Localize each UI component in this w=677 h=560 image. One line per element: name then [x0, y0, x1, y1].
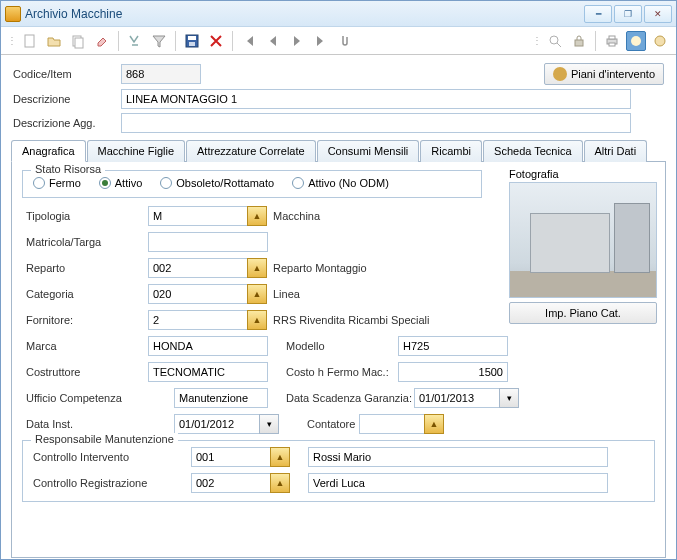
attachment-icon[interactable]	[335, 31, 355, 51]
lookup-icon[interactable]: ▲	[247, 284, 267, 304]
stato-risorsa-legend: Stato Risorsa	[31, 163, 105, 175]
ctrl-intervento-desc-input[interactable]	[308, 447, 608, 467]
lookup-icon[interactable]: ▲	[270, 473, 290, 493]
tab-strip: Anagrafica Macchine Figlie Attrezzature …	[11, 139, 666, 558]
nav-last-icon[interactable]	[311, 31, 331, 51]
matricola-input[interactable]	[148, 232, 268, 252]
ctrl-intervento-label: Controllo Intervento	[33, 451, 191, 463]
categoria-desc: Linea	[267, 288, 300, 300]
lookup-icon[interactable]: ▲	[247, 258, 267, 278]
print-icon[interactable]	[602, 31, 622, 51]
lookup-icon[interactable]: ▲	[424, 414, 444, 434]
minimize-button[interactable]: ━	[584, 5, 612, 23]
tab-consumi[interactable]: Consumi Mensili	[317, 140, 420, 162]
fotografia-label: Fotografia	[509, 168, 657, 180]
filter-icon[interactable]	[149, 31, 169, 51]
radio-fermo-label: Fermo	[49, 177, 81, 189]
tab-scheda[interactable]: Scheda Tecnica	[483, 140, 582, 162]
tab-macchine-figlie[interactable]: Macchine Figlie	[87, 140, 185, 162]
data-inst-input[interactable]	[174, 414, 260, 434]
descrizione-agg-label: Descrizione Agg.	[13, 117, 121, 129]
lock-icon[interactable]	[569, 31, 589, 51]
nav-next-icon[interactable]	[287, 31, 307, 51]
ctrl-registrazione-input[interactable]	[191, 473, 271, 493]
lookup-icon[interactable]: ▲	[247, 310, 267, 330]
stato-risorsa-fieldset: Stato Risorsa Fermo Attivo Obsoleto/Rott…	[22, 170, 482, 198]
tipologia-input[interactable]	[148, 206, 248, 226]
reparto-input[interactable]	[148, 258, 248, 278]
svg-rect-2	[75, 38, 83, 48]
radio-attivo[interactable]: Attivo	[99, 177, 143, 189]
svg-rect-5	[189, 42, 195, 46]
descrizione-label: Descrizione	[13, 93, 121, 105]
radio-fermo[interactable]: Fermo	[33, 177, 81, 189]
svg-point-11	[631, 36, 641, 46]
find-icon[interactable]	[125, 31, 145, 51]
radio-icon	[33, 177, 45, 189]
fornitore-label: Fornitore:	[26, 314, 148, 326]
codice-input[interactable]	[121, 64, 201, 84]
tool-blue-icon[interactable]	[626, 31, 646, 51]
scadenza-input[interactable]	[414, 388, 500, 408]
app-icon	[5, 6, 21, 22]
window-frame: Archivio Macchine ━ ❐ ✕ ⋮ ⋮	[0, 0, 677, 560]
calendar-icon[interactable]: ▾	[499, 388, 519, 408]
tab-ricambi[interactable]: Ricambi	[420, 140, 482, 162]
descrizione-agg-input[interactable]	[121, 113, 631, 133]
search-icon[interactable]	[545, 31, 565, 51]
radio-obsoleto[interactable]: Obsoleto/Rottamato	[160, 177, 274, 189]
piani-intervento-button[interactable]: Piani d'intervento	[544, 63, 664, 85]
close-button[interactable]: ✕	[644, 5, 672, 23]
toolbar-grip: ⋮	[7, 35, 16, 46]
eraser-icon[interactable]	[92, 31, 112, 51]
toolbar-separator	[118, 31, 119, 51]
svg-point-6	[550, 36, 558, 44]
ufficio-input[interactable]	[174, 388, 268, 408]
radio-attivo-label: Attivo	[115, 177, 143, 189]
tab-altri[interactable]: Altri Dati	[584, 140, 648, 162]
maximize-button[interactable]: ❐	[614, 5, 642, 23]
modello-input[interactable]	[398, 336, 508, 356]
costruttore-input[interactable]	[148, 362, 268, 382]
tool-yellow-icon[interactable]	[650, 31, 670, 51]
radio-noodm-label: Attivo (No ODM)	[308, 177, 389, 189]
toolbar-grip: ⋮	[532, 35, 541, 46]
window-title: Archivio Macchine	[25, 7, 584, 21]
matricola-label: Matricola/Targa	[26, 236, 148, 248]
codice-label: Codice/Item	[13, 68, 121, 80]
radio-noodm[interactable]: Attivo (No ODM)	[292, 177, 389, 189]
fornitore-input[interactable]	[148, 310, 248, 330]
descrizione-input[interactable]	[121, 89, 631, 109]
save-icon[interactable]	[182, 31, 202, 51]
nav-first-icon[interactable]	[239, 31, 259, 51]
svg-rect-0	[25, 35, 34, 47]
tab-anagrafica[interactable]: Anagrafica	[11, 140, 86, 162]
copy-icon[interactable]	[68, 31, 88, 51]
scadenza-label: Data Scadenza Garanzia:	[268, 392, 414, 404]
calendar-icon[interactable]: ▾	[259, 414, 279, 434]
costruttore-label: Costruttore	[26, 366, 148, 378]
tipologia-desc: Macchina	[267, 210, 320, 222]
costo-input[interactable]	[398, 362, 508, 382]
tab-attrezzature[interactable]: Attrezzature Correlate	[186, 140, 316, 162]
gear-icon	[553, 67, 567, 81]
lookup-icon[interactable]: ▲	[270, 447, 290, 467]
new-icon[interactable]	[20, 31, 40, 51]
toolbar-separator	[595, 31, 596, 51]
imp-piano-cat-button[interactable]: Imp. Piano Cat.	[509, 302, 657, 324]
lookup-icon[interactable]: ▲	[247, 206, 267, 226]
toolbar-separator	[232, 31, 233, 51]
nav-prev-icon[interactable]	[263, 31, 283, 51]
anagrafica-panel: Stato Risorsa Fermo Attivo Obsoleto/Rott…	[11, 162, 666, 558]
open-icon[interactable]	[44, 31, 64, 51]
toolbar: ⋮ ⋮	[1, 27, 676, 55]
ctrl-intervento-input[interactable]	[191, 447, 271, 467]
machine-photo[interactable]	[509, 182, 657, 298]
data-inst-label: Data Inst.	[26, 418, 174, 430]
delete-icon[interactable]	[206, 31, 226, 51]
marca-input[interactable]	[148, 336, 268, 356]
ctrl-registrazione-desc-input[interactable]	[308, 473, 608, 493]
radio-obsoleto-label: Obsoleto/Rottamato	[176, 177, 274, 189]
categoria-input[interactable]	[148, 284, 248, 304]
contatore-input[interactable]	[359, 414, 425, 434]
